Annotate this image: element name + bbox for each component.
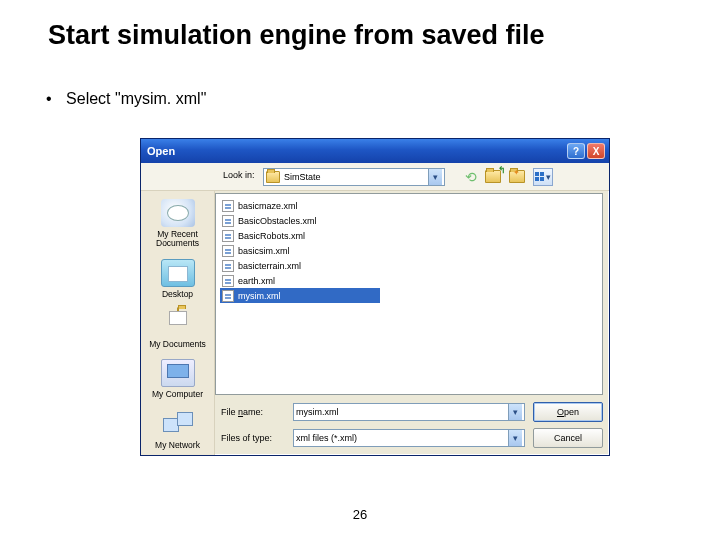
place-label: Desktop bbox=[147, 290, 209, 299]
mycomputer-icon bbox=[161, 359, 195, 387]
filename-label: File name: bbox=[215, 407, 285, 417]
back-button[interactable]: ⟲ bbox=[461, 167, 481, 187]
file-item[interactable]: basicmaze.xml bbox=[220, 198, 380, 213]
slide-title: Start simulation engine from saved file bbox=[48, 20, 545, 51]
file-item[interactable]: basicsim.xml bbox=[220, 243, 380, 258]
place-mydocuments[interactable]: My Documents bbox=[147, 307, 209, 353]
chevron-down-icon: ▾ bbox=[508, 430, 522, 446]
file-name: earth.xml bbox=[238, 276, 275, 286]
cancel-button[interactable]: Cancel bbox=[533, 428, 603, 448]
place-label: My Network bbox=[147, 441, 209, 450]
dialog-titlebar[interactable]: Open ? X bbox=[141, 139, 609, 163]
open-button[interactable]: Open bbox=[533, 402, 603, 422]
file-item[interactable]: BasicRobots.xml bbox=[220, 228, 380, 243]
filetype-value: xml files (*.xml) bbox=[296, 433, 357, 443]
open-dialog: Open ? X Look in: SimState ▾ ⟲ ↰ ▾ My Re bbox=[140, 138, 610, 456]
file-list[interactable]: basicmaze.xmlBasicObstacles.xmlBasicRobo… bbox=[215, 193, 603, 395]
folder-icon bbox=[266, 171, 280, 183]
place-mynetwork[interactable]: My Network bbox=[147, 408, 209, 454]
xml-file-icon bbox=[222, 290, 234, 302]
place-mycomputer[interactable]: My Computer bbox=[147, 357, 209, 403]
xml-file-icon bbox=[222, 230, 234, 242]
filetype-dropdown[interactable]: xml files (*.xml) ▾ bbox=[293, 429, 525, 447]
chevron-down-icon: ▾ bbox=[428, 169, 442, 185]
close-button[interactable]: X bbox=[587, 143, 605, 159]
file-name: mysim.xml bbox=[238, 291, 281, 301]
xml-file-icon bbox=[222, 200, 234, 212]
desktop-icon bbox=[161, 259, 195, 287]
place-label: My Recent Documents bbox=[147, 230, 209, 249]
filename-input[interactable]: mysim.xml ▾ bbox=[293, 403, 525, 421]
xml-file-icon bbox=[222, 275, 234, 287]
file-item[interactable]: mysim.xml bbox=[220, 288, 380, 303]
views-menu-button[interactable]: ▾ bbox=[533, 168, 553, 186]
file-item[interactable]: BasicObstacles.xml bbox=[220, 213, 380, 228]
file-name: basicsim.xml bbox=[238, 246, 290, 256]
chevron-down-icon: ▾ bbox=[508, 404, 522, 420]
file-name: basicmaze.xml bbox=[238, 201, 298, 211]
lookin-dropdown[interactable]: SimState ▾ bbox=[263, 168, 445, 186]
bullet-text: Select "mysim. xml" bbox=[66, 90, 206, 107]
place-recent[interactable]: My Recent Documents bbox=[147, 197, 209, 253]
file-name: basicterrain.xml bbox=[238, 261, 301, 271]
place-label: My Computer bbox=[147, 390, 209, 399]
xml-file-icon bbox=[222, 215, 234, 227]
page-number: 26 bbox=[0, 507, 720, 522]
filetype-label: Files of type: bbox=[215, 433, 285, 443]
filename-value: mysim.xml bbox=[296, 407, 339, 417]
bullet-dot-icon: • bbox=[46, 90, 52, 107]
new-folder-button[interactable] bbox=[509, 167, 529, 187]
file-item[interactable]: earth.xml bbox=[220, 273, 380, 288]
folder-icon bbox=[509, 170, 525, 183]
xml-file-icon bbox=[222, 260, 234, 272]
file-name: BasicRobots.xml bbox=[238, 231, 305, 241]
bullet-item: • Select "mysim. xml" bbox=[46, 90, 206, 108]
place-desktop[interactable]: Desktop bbox=[147, 257, 209, 303]
mynetwork-icon bbox=[161, 410, 195, 438]
dialog-toolbar: SimState ▾ ⟲ ↰ ▾ bbox=[141, 163, 609, 191]
lookin-label: Look in: bbox=[223, 170, 255, 180]
dialog-title: Open bbox=[147, 145, 175, 157]
recent-icon bbox=[161, 199, 195, 227]
help-button[interactable]: ? bbox=[567, 143, 585, 159]
place-label: My Documents bbox=[147, 340, 209, 349]
up-one-level-button[interactable]: ↰ bbox=[485, 167, 505, 187]
mydocuments-icon bbox=[161, 309, 195, 337]
up-arrow-icon: ↰ bbox=[498, 165, 506, 175]
places-bar: My Recent Documents Desktop My Documents… bbox=[141, 191, 215, 455]
lookin-value: SimState bbox=[284, 172, 321, 182]
file-name: BasicObstacles.xml bbox=[238, 216, 317, 226]
file-item[interactable]: basicterrain.xml bbox=[220, 258, 380, 273]
xml-file-icon bbox=[222, 245, 234, 257]
